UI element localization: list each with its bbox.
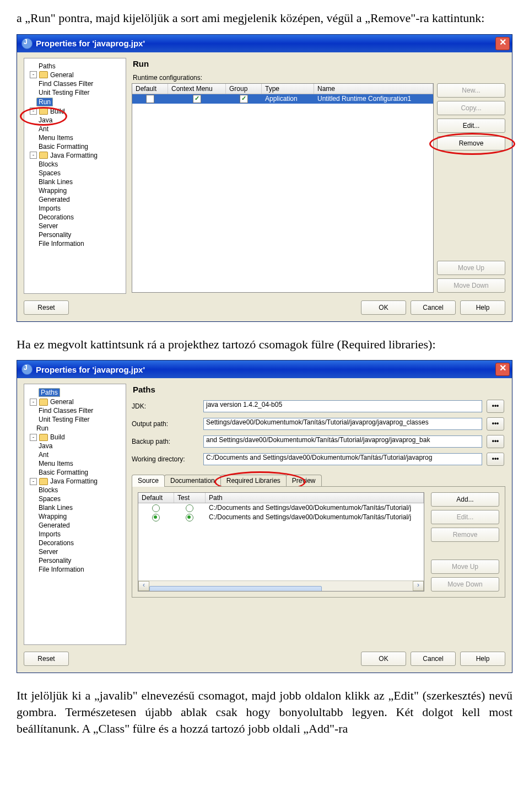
tree-item[interactable]: -General xyxy=(26,71,126,79)
scroll-left-arrow-icon[interactable]: ‹ xyxy=(138,581,149,591)
backup-field[interactable]: and Settings/dave00/Dokumentumok/Tanítás… xyxy=(203,435,482,448)
tree-item[interactable]: Imports xyxy=(26,204,126,213)
source-paths-table[interactable]: Default Test Path C:/Documents and Setti… xyxy=(138,492,424,591)
tree-item[interactable]: Java xyxy=(26,442,126,450)
tree-item[interactable]: -Build xyxy=(26,433,126,442)
ok-button[interactable]: OK xyxy=(361,300,406,315)
category-tree[interactable]: Paths-GeneralFind Classes FilterUnit Tes… xyxy=(24,384,126,645)
jdk-field[interactable]: java version 1.4.2_04-b05 xyxy=(203,400,482,412)
scroll-thumb[interactable] xyxy=(149,586,322,591)
expand-collapse-icon[interactable]: - xyxy=(30,152,37,159)
checkbox-icon[interactable]: ✓ xyxy=(193,95,201,103)
reset-button[interactable]: Reset xyxy=(24,300,69,315)
tree-item[interactable]: Server xyxy=(26,547,126,556)
tree-item[interactable]: Basic Formatting xyxy=(26,468,126,477)
table-row[interactable]: ✓ ✓ Application Untitled Runtime Configu… xyxy=(132,94,433,104)
table-row[interactable]: C:/Documents and Settings/dave00/Dokumen… xyxy=(138,513,424,522)
tree-item[interactable]: -Build xyxy=(26,107,126,116)
tree-item[interactable]: Java xyxy=(26,116,126,125)
browse-button[interactable]: ••• xyxy=(487,400,504,413)
tree-item[interactable]: Menu Items xyxy=(26,133,126,142)
tree-item[interactable]: Paths xyxy=(26,388,126,397)
expand-collapse-icon[interactable]: - xyxy=(30,71,37,78)
tree-item[interactable]: Generated xyxy=(26,521,126,530)
tree-item[interactable]: Wrapping xyxy=(26,512,126,521)
copy-button[interactable]: Copy... xyxy=(437,101,505,115)
col-default[interactable]: Default xyxy=(138,493,174,503)
movedown-button[interactable]: Move Down xyxy=(431,577,499,591)
movedown-button[interactable]: Move Down xyxy=(437,278,505,293)
radio-icon[interactable] xyxy=(186,514,193,521)
tree-item[interactable]: Blank Lines xyxy=(26,503,126,512)
tree-item[interactable]: Decorations xyxy=(26,213,126,222)
remove-button[interactable]: Remove xyxy=(437,136,505,150)
output-field[interactable]: Settings/dave00/Dokumentumok/Tanítás/Tut… xyxy=(203,418,482,430)
checkbox-icon[interactable] xyxy=(146,95,154,103)
tree-item[interactable]: Paths xyxy=(26,62,126,71)
expand-collapse-icon[interactable]: - xyxy=(30,434,37,441)
col-group[interactable]: Group xyxy=(226,84,262,94)
titlebar[interactable]: Properties for 'javaprog.jpx' ✕ xyxy=(17,361,512,378)
browse-button[interactable]: ••• xyxy=(487,435,504,448)
table-row[interactable]: C:/Documents and Settings/dave00/Dokumen… xyxy=(138,503,424,513)
tree-item[interactable]: Ant xyxy=(26,125,126,133)
tree-item[interactable]: File Information xyxy=(26,239,126,248)
close-icon[interactable]: ✕ xyxy=(495,363,510,376)
help-button[interactable]: Help xyxy=(460,652,505,666)
tree-item[interactable]: Run xyxy=(26,97,126,107)
tree-item[interactable]: Unit Testing Filter xyxy=(26,415,126,424)
tree-item[interactable]: Menu Items xyxy=(26,459,126,468)
browse-button[interactable]: ••• xyxy=(487,453,504,466)
col-default[interactable]: Default xyxy=(132,84,168,94)
tree-item[interactable]: Unit Testing Filter xyxy=(26,88,126,97)
tree-item[interactable]: Blocks xyxy=(26,160,126,169)
tab-required-libraries[interactable]: Required Libraries xyxy=(220,475,287,487)
tree-item[interactable]: Decorations xyxy=(26,539,126,547)
working-field[interactable]: C:/Documents and Settings/dave00/Dokumen… xyxy=(203,453,482,465)
col-path[interactable]: Path xyxy=(206,493,424,503)
tree-item[interactable]: Generated xyxy=(26,195,126,204)
checkbox-icon[interactable]: ✓ xyxy=(240,95,248,103)
tree-item[interactable]: -Java Formatting xyxy=(26,151,126,160)
tree-item[interactable]: File Information xyxy=(26,565,126,574)
col-context[interactable]: Context Menu xyxy=(168,84,226,94)
remove-button[interactable]: Remove xyxy=(431,528,499,542)
radio-icon[interactable] xyxy=(152,504,160,512)
tree-item[interactable]: -Java Formatting xyxy=(26,477,126,486)
cancel-button[interactable]: Cancel xyxy=(411,300,456,315)
tab-preview[interactable]: Preview xyxy=(286,475,322,487)
col-type[interactable]: Type xyxy=(262,84,314,94)
tab-documentation[interactable]: Documentation xyxy=(164,475,221,487)
tree-item[interactable]: Personality xyxy=(26,556,126,565)
tree-item[interactable]: Imports xyxy=(26,530,126,539)
ok-button[interactable]: OK xyxy=(361,652,406,666)
edit-button[interactable]: Edit... xyxy=(431,510,499,524)
tree-item[interactable]: Ant xyxy=(26,450,126,459)
expand-collapse-icon[interactable]: - xyxy=(30,107,37,115)
new-button[interactable]: New... xyxy=(437,83,505,98)
tree-item[interactable]: Blocks xyxy=(26,486,126,494)
horizontal-scrollbar[interactable]: ‹ › xyxy=(138,580,424,591)
add-button[interactable]: Add... xyxy=(431,492,499,507)
tree-item[interactable]: -General xyxy=(26,397,126,406)
tree-item[interactable]: Find Classes Filter xyxy=(26,406,126,415)
tree-item[interactable]: Run xyxy=(26,424,126,433)
tab-source[interactable]: Source xyxy=(132,475,165,487)
tree-item[interactable]: Blank Lines xyxy=(26,178,126,186)
tree-item[interactable]: Spaces xyxy=(26,169,126,178)
browse-button[interactable]: ••• xyxy=(487,417,504,431)
radio-icon[interactable] xyxy=(152,514,160,521)
edit-button[interactable]: Edit... xyxy=(437,119,505,133)
reset-button[interactable]: Reset xyxy=(24,652,69,666)
col-name[interactable]: Name xyxy=(314,84,433,94)
cancel-button[interactable]: Cancel xyxy=(411,652,456,666)
moveup-button[interactable]: Move Up xyxy=(437,261,505,275)
close-icon[interactable]: ✕ xyxy=(495,37,510,50)
expand-collapse-icon[interactable]: - xyxy=(30,478,37,485)
tree-item[interactable]: Wrapping xyxy=(26,186,126,195)
expand-collapse-icon[interactable]: - xyxy=(30,399,37,406)
titlebar[interactable]: Properties for 'javaprog.jpx' ✕ xyxy=(17,35,512,52)
help-button[interactable]: Help xyxy=(460,300,505,315)
moveup-button[interactable]: Move Up xyxy=(431,560,499,574)
tree-item[interactable]: Spaces xyxy=(26,494,126,503)
